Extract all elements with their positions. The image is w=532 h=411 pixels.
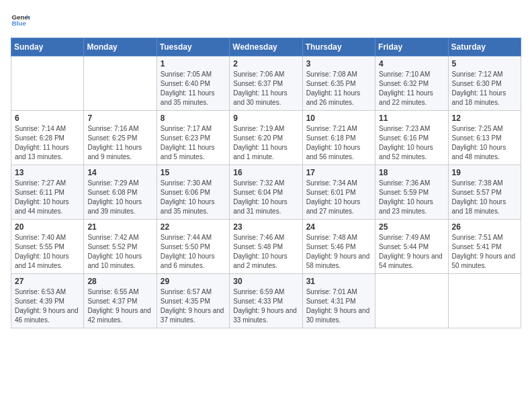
day-info: Sunrise: 7:05 AM Sunset: 6:40 PM Dayligh… [161,70,226,107]
day-number: 18 [379,168,444,177]
calendar-cell: 30Sunrise: 6:59 AM Sunset: 4:33 PM Dayli… [230,274,302,328]
svg-text:Blue: Blue [11,19,26,27]
calendar-cell: 24Sunrise: 7:48 AM Sunset: 5:46 PM Dayli… [302,220,375,274]
calendar-cell: 21Sunrise: 7:42 AM Sunset: 5:52 PM Dayli… [84,220,157,274]
day-number: 9 [233,113,298,123]
day-number: 22 [161,222,226,232]
calendar-cell [11,56,84,111]
calendar-cell: 2Sunrise: 7:06 AM Sunset: 6:37 PM Daylig… [230,56,302,111]
day-header: Thursday [302,38,375,56]
day-info: Sunrise: 7:29 AM Sunset: 6:08 PM Dayligh… [87,179,152,216]
day-number: 26 [452,222,517,232]
day-number: 17 [306,168,371,177]
calendar-cell: 12Sunrise: 7:25 AM Sunset: 6:13 PM Dayli… [448,111,521,165]
day-info: Sunrise: 7:42 AM Sunset: 5:52 PM Dayligh… [87,233,152,271]
day-header: Tuesday [157,38,229,56]
day-number: 7 [87,113,152,123]
calendar-week-row: 20Sunrise: 7:40 AM Sunset: 5:55 PM Dayli… [11,220,521,274]
day-info: Sunrise: 7:49 AM Sunset: 5:44 PM Dayligh… [379,233,444,271]
day-info: Sunrise: 7:01 AM Sunset: 4:31 PM Dayligh… [306,287,371,325]
day-number: 11 [379,113,444,123]
calendar-cell: 5Sunrise: 7:12 AM Sunset: 6:30 PM Daylig… [448,56,521,111]
calendar-body: 1Sunrise: 7:05 AM Sunset: 6:40 PM Daylig… [11,56,521,328]
day-info: Sunrise: 6:57 AM Sunset: 4:35 PM Dayligh… [161,287,226,325]
calendar-cell [375,274,448,328]
calendar-cell [84,56,157,111]
calendar-week-row: 6Sunrise: 7:14 AM Sunset: 6:28 PM Daylig… [11,111,521,165]
day-number: 1 [161,59,226,68]
calendar-cell: 16Sunrise: 7:32 AM Sunset: 6:04 PM Dayli… [230,165,302,220]
calendar-cell: 22Sunrise: 7:44 AM Sunset: 5:50 PM Dayli… [157,220,229,274]
day-number: 4 [379,59,444,68]
day-info: Sunrise: 7:51 AM Sunset: 5:41 PM Dayligh… [452,233,517,271]
day-info: Sunrise: 7:48 AM Sunset: 5:46 PM Dayligh… [306,233,371,271]
day-info: Sunrise: 6:53 AM Sunset: 4:39 PM Dayligh… [15,287,80,325]
day-header: Sunday [11,38,84,56]
day-info: Sunrise: 7:46 AM Sunset: 5:48 PM Dayligh… [233,233,298,271]
logo-icon: General Blue [11,11,30,30]
day-info: Sunrise: 6:55 AM Sunset: 4:37 PM Dayligh… [87,287,152,325]
day-number: 21 [87,222,152,232]
day-number: 27 [15,277,80,286]
day-number: 6 [15,113,80,123]
day-number: 15 [161,168,226,177]
calendar-cell: 20Sunrise: 7:40 AM Sunset: 5:55 PM Dayli… [11,220,84,274]
day-info: Sunrise: 6:59 AM Sunset: 4:33 PM Dayligh… [233,287,298,325]
calendar-cell [448,274,521,328]
day-number: 29 [161,277,226,286]
day-number: 14 [87,168,152,177]
day-number: 23 [233,222,298,232]
day-info: Sunrise: 7:10 AM Sunset: 6:32 PM Dayligh… [379,70,444,107]
calendar-week-row: 27Sunrise: 6:53 AM Sunset: 4:39 PM Dayli… [11,274,521,328]
day-number: 2 [233,59,298,68]
day-number: 16 [233,168,298,177]
day-number: 31 [306,277,371,286]
day-info: Sunrise: 7:25 AM Sunset: 6:13 PM Dayligh… [452,124,517,162]
calendar-cell: 28Sunrise: 6:55 AM Sunset: 4:37 PM Dayli… [84,274,157,328]
day-number: 3 [306,59,371,68]
calendar-week-row: 1Sunrise: 7:05 AM Sunset: 6:40 PM Daylig… [11,56,521,111]
calendar-cell: 3Sunrise: 7:08 AM Sunset: 6:35 PM Daylig… [302,56,375,111]
day-info: Sunrise: 7:21 AM Sunset: 6:18 PM Dayligh… [306,124,371,162]
day-info: Sunrise: 7:30 AM Sunset: 6:06 PM Dayligh… [161,179,226,216]
day-info: Sunrise: 7:17 AM Sunset: 6:23 PM Dayligh… [161,124,226,162]
day-info: Sunrise: 7:40 AM Sunset: 5:55 PM Dayligh… [15,233,80,271]
day-info: Sunrise: 7:08 AM Sunset: 6:35 PM Dayligh… [306,70,371,107]
calendar-cell: 27Sunrise: 6:53 AM Sunset: 4:39 PM Dayli… [11,274,84,328]
day-header: Saturday [448,38,521,56]
day-number: 13 [15,168,80,177]
day-header: Wednesday [230,38,302,56]
calendar-cell: 18Sunrise: 7:36 AM Sunset: 5:59 PM Dayli… [375,165,448,220]
calendar-cell: 31Sunrise: 7:01 AM Sunset: 4:31 PM Dayli… [302,274,375,328]
calendar-cell: 11Sunrise: 7:23 AM Sunset: 6:16 PM Dayli… [375,111,448,165]
day-info: Sunrise: 7:19 AM Sunset: 6:20 PM Dayligh… [233,124,298,162]
day-info: Sunrise: 7:06 AM Sunset: 6:37 PM Dayligh… [233,70,298,107]
day-number: 24 [306,222,371,232]
calendar-cell: 7Sunrise: 7:16 AM Sunset: 6:25 PM Daylig… [84,111,157,165]
day-info: Sunrise: 7:38 AM Sunset: 5:57 PM Dayligh… [452,179,517,216]
calendar-cell: 19Sunrise: 7:38 AM Sunset: 5:57 PM Dayli… [448,165,521,220]
day-info: Sunrise: 7:34 AM Sunset: 6:01 PM Dayligh… [306,179,371,216]
day-info: Sunrise: 7:44 AM Sunset: 5:50 PM Dayligh… [161,233,226,271]
day-info: Sunrise: 7:12 AM Sunset: 6:30 PM Dayligh… [452,70,517,107]
calendar-cell: 23Sunrise: 7:46 AM Sunset: 5:48 PM Dayli… [230,220,302,274]
day-number: 12 [452,113,517,123]
calendar-cell: 25Sunrise: 7:49 AM Sunset: 5:44 PM Dayli… [375,220,448,274]
calendar-cell: 29Sunrise: 6:57 AM Sunset: 4:35 PM Dayli… [157,274,229,328]
day-info: Sunrise: 7:36 AM Sunset: 5:59 PM Dayligh… [379,179,444,216]
calendar-cell: 10Sunrise: 7:21 AM Sunset: 6:18 PM Dayli… [302,111,375,165]
day-info: Sunrise: 7:14 AM Sunset: 6:28 PM Dayligh… [15,124,80,162]
calendar-cell: 4Sunrise: 7:10 AM Sunset: 6:32 PM Daylig… [375,56,448,111]
day-info: Sunrise: 7:27 AM Sunset: 6:11 PM Dayligh… [15,179,80,216]
calendar-cell: 9Sunrise: 7:19 AM Sunset: 6:20 PM Daylig… [230,111,302,165]
calendar-cell: 13Sunrise: 7:27 AM Sunset: 6:11 PM Dayli… [11,165,84,220]
day-number: 5 [452,59,517,68]
day-number: 19 [452,168,517,177]
day-number: 10 [306,113,371,123]
day-header: Monday [84,38,157,56]
day-header: Friday [375,38,448,56]
calendar-cell: 14Sunrise: 7:29 AM Sunset: 6:08 PM Dayli… [84,165,157,220]
day-number: 25 [379,222,444,232]
calendar-cell: 1Sunrise: 7:05 AM Sunset: 6:40 PM Daylig… [157,56,229,111]
day-number: 20 [15,222,80,232]
